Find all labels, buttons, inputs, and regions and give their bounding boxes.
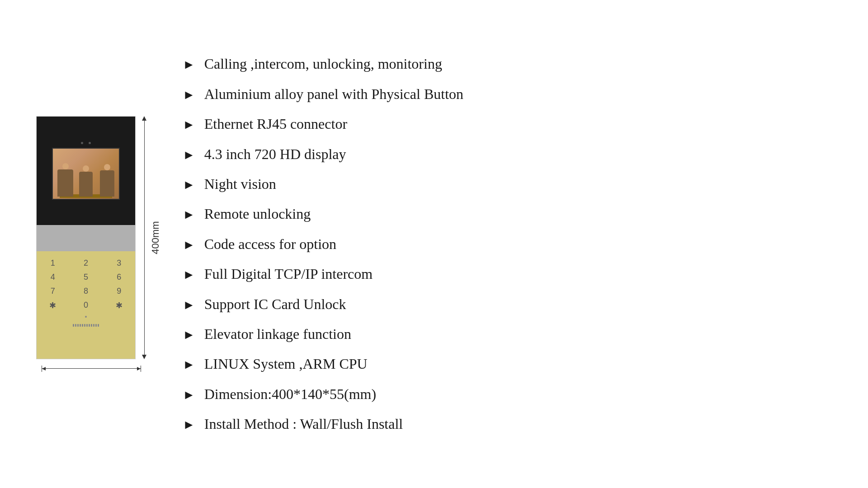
feature-8: Full Digital TCP/IP intercom xyxy=(204,265,373,282)
speaker-dot-9 xyxy=(93,324,94,327)
key-✱: ✱ xyxy=(40,300,65,310)
measure-line xyxy=(42,368,141,369)
feature-10: Elevator linkage function xyxy=(204,325,351,343)
speaker-dot-6 xyxy=(86,324,88,327)
key-9: 9 xyxy=(107,286,132,296)
feature-2: Aluminium alloy panel with Physical Butt… xyxy=(204,85,463,103)
body-right xyxy=(100,170,114,197)
bullet-icon-6: ► xyxy=(183,208,195,221)
head-mid xyxy=(83,165,89,172)
feature-item-10: ►Elevator linkage function xyxy=(183,325,832,343)
dot-1 xyxy=(81,142,83,144)
device-wrapper: 123456789✱0✱ 400mm xyxy=(36,116,146,372)
figure-left xyxy=(57,169,73,197)
body-left xyxy=(57,169,73,197)
feature-3: Ethernet RJ45 connector xyxy=(204,115,347,132)
speaker-dot-1 xyxy=(75,324,76,327)
key-7: 7 xyxy=(40,286,65,296)
feature-item-11: ►LINUX System ,ARM CPU xyxy=(183,355,832,372)
bullet-icon-1: ► xyxy=(183,58,195,71)
speaker-dots xyxy=(73,324,99,327)
card-reader-section xyxy=(37,225,135,251)
key-2: 2 xyxy=(73,258,98,268)
height-line: 400mm xyxy=(144,121,145,355)
speaker-dot-0 xyxy=(73,324,74,327)
figure-right xyxy=(100,170,114,197)
feature-item-9: ►Support IC Card Unlock xyxy=(183,296,832,313)
feature-item-2: ►Aluminium alloy panel with Physical But… xyxy=(183,85,832,103)
feature-item-8: ►Full Digital TCP/IP intercom xyxy=(183,265,832,282)
width-measure xyxy=(42,366,141,372)
keypad-section: 123456789✱0✱ xyxy=(37,251,135,359)
body-mid xyxy=(79,172,93,197)
measure-arrow-left xyxy=(42,367,46,371)
device-body: 123456789✱0✱ xyxy=(36,116,136,359)
feature-1: Calling ,intercom, unlocking, monitoring xyxy=(204,55,442,72)
figure-mid xyxy=(79,172,93,197)
key-1: 1 xyxy=(40,258,65,268)
feature-13: Install Method : Wall/Flush Install xyxy=(204,415,403,432)
key-5: 5 xyxy=(73,272,98,282)
feature-4: 4.3 inch 720 HD display xyxy=(204,145,346,163)
speaker-dot-3 xyxy=(80,324,81,327)
bullet-icon-8: ► xyxy=(183,268,195,281)
brand-dot xyxy=(85,316,87,318)
feature-item-6: ►Remote unlocking xyxy=(183,205,832,222)
feature-9: Support IC Card Unlock xyxy=(204,296,346,313)
speaker-dot-7 xyxy=(89,324,90,327)
bullet-icon-9: ► xyxy=(183,299,195,311)
feature-item-1: ►Calling ,intercom, unlocking, monitorin… xyxy=(183,55,832,72)
feature-11: LINUX System ,ARM CPU xyxy=(204,355,368,372)
feature-item-12: ►Dimension:400*140*55(mm) xyxy=(183,385,832,403)
measure-end-right xyxy=(141,366,141,372)
feature-item-4: ►4.3 inch 720 HD display xyxy=(183,145,832,163)
device-screen xyxy=(52,148,120,200)
key-0: 0 xyxy=(73,300,98,310)
feature-item-13: ►Install Method : Wall/Flush Install xyxy=(183,415,832,432)
speaker-dot-2 xyxy=(77,324,79,327)
feature-7: Code access for option xyxy=(204,235,336,253)
bullet-icon-13: ► xyxy=(183,418,195,431)
bullet-icon-12: ► xyxy=(183,389,195,401)
feature-12: Dimension:400*140*55(mm) xyxy=(204,385,376,403)
device-with-arrows: 123456789✱0✱ 400mm xyxy=(36,116,146,359)
bullet-icon-3: ► xyxy=(183,118,195,131)
speaker-dot-10 xyxy=(95,324,97,327)
bullet-icon-7: ► xyxy=(183,239,195,251)
dot-2 xyxy=(89,142,91,144)
speaker-dot-11 xyxy=(98,324,99,327)
key-3: 3 xyxy=(107,258,132,268)
bullet-icon-11: ► xyxy=(183,358,195,371)
arrow-top xyxy=(142,116,146,121)
device-top-section xyxy=(37,117,135,225)
speaker-dot-5 xyxy=(84,324,85,327)
bullet-icon-2: ► xyxy=(183,89,195,101)
arrow-bottom xyxy=(142,355,146,359)
features-list: ►Calling ,intercom, unlocking, monitorin… xyxy=(183,55,832,432)
feature-5: Night vision xyxy=(204,175,276,192)
feature-6: Remote unlocking xyxy=(204,205,311,222)
bullet-icon-10: ► xyxy=(183,328,195,341)
speaker-dot-4 xyxy=(82,324,83,327)
keypad-grid: 123456789✱0✱ xyxy=(40,258,132,310)
keypad-brand xyxy=(85,316,87,319)
speaker-dot-8 xyxy=(91,324,92,327)
key-4: 4 xyxy=(40,272,65,282)
feature-item-7: ►Code access for option xyxy=(183,235,832,253)
key-✱: ✱ xyxy=(107,300,132,310)
key-8: 8 xyxy=(73,286,98,296)
feature-item-5: ►Night vision xyxy=(183,175,832,192)
head-left xyxy=(62,163,69,169)
family-scene xyxy=(53,149,119,199)
main-container: 123456789✱0✱ 400mm xyxy=(36,55,832,432)
bullet-icon-4: ► xyxy=(183,149,195,161)
bullet-icon-5: ► xyxy=(183,178,195,191)
measure-arrow-right xyxy=(137,367,141,371)
key-6: 6 xyxy=(107,272,132,282)
head-right xyxy=(104,164,110,170)
height-dimension: 400mm xyxy=(142,116,146,359)
feature-item-3: ►Ethernet RJ45 connector xyxy=(183,115,832,132)
device-dots xyxy=(81,142,91,144)
height-label: 400mm xyxy=(150,221,161,254)
